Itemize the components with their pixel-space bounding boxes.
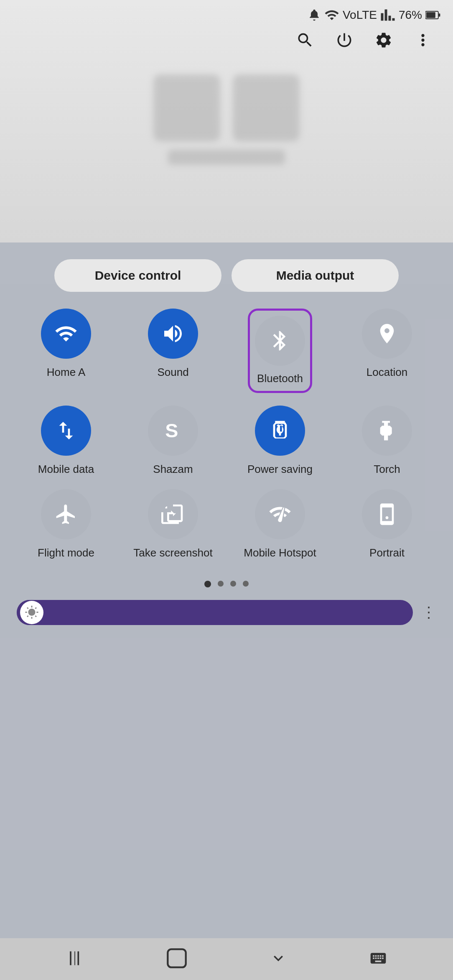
home-button-icon xyxy=(166,947,188,969)
quick-toggle-row-2: Mobile data S Shazam Power saving xyxy=(0,401,453,489)
back-icon xyxy=(269,949,288,967)
bluetooth-icon xyxy=(268,329,292,352)
home-a-circle xyxy=(41,309,91,359)
wifi-status-icon xyxy=(324,8,339,23)
power-saving-icon xyxy=(268,419,292,442)
shazam-label: Shazam xyxy=(153,462,193,477)
notification-icon xyxy=(308,8,321,22)
signal-icon xyxy=(380,8,395,23)
device-media-row: Device control Media output xyxy=(0,242,453,304)
torch-label: Torch xyxy=(374,462,400,477)
sound-icon xyxy=(161,322,185,345)
toggle-portrait[interactable]: Portrait xyxy=(338,489,436,560)
toggle-bluetooth[interactable]: Bluetooth xyxy=(231,309,329,393)
portrait-icon xyxy=(375,503,399,526)
hotspot-icon xyxy=(268,503,292,526)
portrait-circle xyxy=(362,489,412,539)
power-icon[interactable] xyxy=(335,31,354,49)
dot-3[interactable] xyxy=(230,581,236,587)
torch-icon xyxy=(375,419,399,442)
recent-apps-button[interactable] xyxy=(66,949,84,969)
svg-rect-2 xyxy=(426,12,435,18)
page-dots xyxy=(0,572,453,592)
toggle-home-a[interactable]: Home A xyxy=(17,309,115,393)
flight-mode-circle xyxy=(41,489,91,539)
dot-4[interactable] xyxy=(243,581,249,587)
wifi-icon xyxy=(54,322,78,345)
brightness-fill xyxy=(17,600,72,625)
toggle-hotspot[interactable]: Mobile Hotspot xyxy=(231,489,329,560)
quick-toggle-row-1: Home A Sound Bluetooth xyxy=(0,304,453,401)
sun-icon xyxy=(25,605,39,620)
toggle-mobile-data[interactable]: Mobile data xyxy=(17,406,115,477)
toolbar xyxy=(0,23,453,58)
hotspot-circle xyxy=(255,489,305,539)
svg-rect-4 xyxy=(168,949,186,967)
home-button[interactable] xyxy=(166,947,188,971)
toggle-torch[interactable]: Torch xyxy=(338,406,436,477)
brightness-slider[interactable] xyxy=(17,600,413,625)
search-icon[interactable] xyxy=(296,31,314,49)
power-saving-circle xyxy=(255,406,305,456)
bluetooth-circle xyxy=(255,316,305,366)
svg-text:S: S xyxy=(165,420,178,442)
media-output-button[interactable]: Media output xyxy=(232,259,399,292)
mobile-data-label: Mobile data xyxy=(38,462,94,477)
battery-percentage: 76% xyxy=(399,8,422,22)
status-icons: VoLTE 76% xyxy=(308,8,440,23)
location-circle xyxy=(362,309,412,359)
toggle-screenshot[interactable]: Take screenshot xyxy=(124,489,222,560)
status-bar: VoLTE 76% xyxy=(0,0,453,23)
device-control-button[interactable]: Device control xyxy=(54,259,221,292)
nav-bar xyxy=(0,938,453,980)
keyboard-button[interactable] xyxy=(369,949,387,969)
dot-2[interactable] xyxy=(218,581,224,587)
home-a-label: Home A xyxy=(47,365,86,380)
keyboard-icon xyxy=(369,949,387,967)
toggle-shazam[interactable]: S Shazam xyxy=(124,406,222,477)
sound-label: Sound xyxy=(157,365,188,380)
bluetooth-label: Bluetooth xyxy=(257,372,303,386)
back-button[interactable] xyxy=(269,949,288,969)
settings-icon[interactable] xyxy=(374,31,393,49)
lte-indicator: VoLTE xyxy=(343,8,377,22)
sound-circle xyxy=(148,309,198,359)
toggle-sound[interactable]: Sound xyxy=(124,309,222,393)
flight-mode-label: Flight mode xyxy=(38,546,94,560)
more-options-icon[interactable] xyxy=(414,31,432,49)
power-saving-label: Power saving xyxy=(247,462,313,477)
quick-settings-panel: Device control Media output Home A Sound xyxy=(0,242,453,980)
toggle-location[interactable]: Location xyxy=(338,309,436,393)
bluetooth-highlight-box: Bluetooth xyxy=(248,309,312,393)
torch-circle xyxy=(362,406,412,456)
screenshot-icon xyxy=(161,503,185,526)
recent-apps-icon xyxy=(66,949,84,967)
portrait-label: Portrait xyxy=(369,546,405,560)
toggle-flight-mode[interactable]: Flight mode xyxy=(17,489,115,560)
flight-mode-icon xyxy=(54,503,78,526)
hotspot-label: Mobile Hotspot xyxy=(244,546,316,560)
quick-toggle-row-3: Flight mode Take screenshot Mobile Hotsp… xyxy=(0,489,453,573)
mobile-data-circle xyxy=(41,406,91,456)
screenshot-label: Take screenshot xyxy=(133,546,212,560)
toggle-power-saving[interactable]: Power saving xyxy=(231,406,329,477)
brightness-more-icon[interactable]: ⋮ xyxy=(421,604,436,621)
top-background: VoLTE 76% xyxy=(0,0,453,284)
blurred-app-content xyxy=(153,74,300,165)
brightness-thumb[interactable] xyxy=(20,601,43,624)
svg-rect-1 xyxy=(439,13,440,17)
location-label: Location xyxy=(366,365,407,380)
brightness-row: ⋮ xyxy=(0,592,453,638)
location-icon xyxy=(375,322,399,345)
shazam-icon: S xyxy=(161,419,185,442)
dot-1[interactable] xyxy=(204,581,211,587)
shazam-circle: S xyxy=(148,406,198,456)
screenshot-circle xyxy=(148,489,198,539)
mobile-data-icon xyxy=(54,419,78,442)
battery-icon xyxy=(425,9,440,21)
